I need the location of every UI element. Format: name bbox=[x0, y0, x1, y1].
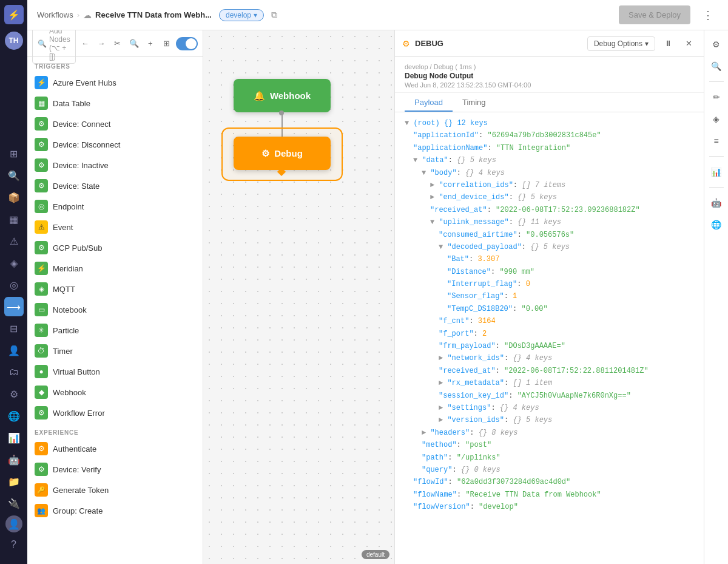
nav-experience-icon[interactable]: 👤 bbox=[4, 341, 24, 360]
debug-output-line: "Sensor_flag": 1 bbox=[405, 290, 694, 302]
redo-button[interactable]: → bbox=[95, 35, 109, 52]
debug-options-button[interactable]: Debug Options ▾ bbox=[587, 36, 655, 51]
rt-settings-icon[interactable]: ⚙ bbox=[707, 35, 726, 53]
workflow-canvas[interactable]: 🔔 Webhook ⚙ Debug default bbox=[203, 30, 394, 564]
node-item-generate-token[interactable]: 🔑 Generate Token bbox=[27, 480, 203, 500]
rt-globe-icon[interactable]: 🌐 bbox=[707, 216, 726, 234]
node-item-particle[interactable]: ✳ Particle bbox=[27, 320, 203, 341]
node-item-data-table[interactable]: ▦ Data Table bbox=[27, 93, 203, 114]
nav-storage-icon[interactable]: 🗂 bbox=[4, 362, 24, 382]
debug-output-line: ▼ (root) {} 12 keys bbox=[405, 117, 694, 129]
node-item-timer[interactable]: ⏱ Timer bbox=[27, 341, 203, 361]
copy-icon[interactable]: ⧉ bbox=[271, 10, 277, 20]
arrange-button[interactable]: ⊞ bbox=[160, 35, 174, 52]
node-item-endpoint[interactable]: ◎ Endpoint bbox=[27, 196, 203, 217]
debug-pause-button[interactable]: ⏸ bbox=[660, 36, 676, 52]
nav-dashboard-icon[interactable]: ⊞ bbox=[4, 144, 24, 163]
nav-flows-icon[interactable]: ◈ bbox=[4, 253, 24, 273]
cut-button[interactable]: ✂ bbox=[110, 35, 124, 52]
nav-data-icon[interactable]: ▦ bbox=[4, 209, 24, 229]
node-item-device-inactive[interactable]: ⚙ Device: Inactive bbox=[27, 155, 203, 175]
toggle-knob bbox=[186, 38, 197, 49]
node-item-notebook[interactable]: ▭ Notebook bbox=[27, 299, 203, 320]
node-item-authenticate[interactable]: ⚙ Authenticate bbox=[27, 438, 203, 459]
nav-nb-icon[interactable]: ◎ bbox=[4, 275, 24, 294]
node-item-device-disconnect[interactable]: ⚙ Device: Disconnect bbox=[27, 134, 203, 155]
device-disconnect-icon: ⚙ bbox=[35, 138, 48, 151]
node-item-virtual-button[interactable]: ● Virtual Button bbox=[27, 361, 203, 382]
save-deploy-button[interactable]: Save & Deploy bbox=[619, 5, 690, 24]
debug-output[interactable]: ▼ (root) {} 12 keys"applicationId": "626… bbox=[395, 112, 704, 564]
nav-plug-icon[interactable]: 🔌 bbox=[4, 494, 24, 513]
nav-network-icon[interactable]: 🌐 bbox=[4, 406, 24, 426]
rt-chart-icon[interactable]: 📊 bbox=[707, 163, 726, 181]
node-item-meridian[interactable]: ⚡ Meridian bbox=[27, 258, 203, 279]
debug-panel-header: ⚙ DEBUG Debug Options ▾ ⏸ ✕ bbox=[395, 30, 704, 57]
default-badge: default bbox=[362, 550, 389, 559]
node-item-group-create[interactable]: 👥 Group: Create bbox=[27, 500, 203, 521]
workflow-toggle[interactable] bbox=[176, 37, 198, 50]
nav-search-icon[interactable]: 🔍 bbox=[4, 166, 24, 185]
debug-output-line: "f_port": 2 bbox=[405, 328, 694, 340]
debug-output-line: ► "version_ids": {} 5 keys bbox=[405, 414, 694, 426]
debug-output-line: "applicationId": "62694a79b7db3002831c84… bbox=[405, 129, 694, 141]
event-label: Event bbox=[53, 223, 73, 232]
debug-meta-time: Wed Jun 8, 2022 13:52:23.150 GMT-04:00 bbox=[405, 81, 694, 89]
node-item-event[interactable]: ⚠ Event bbox=[27, 217, 203, 237]
nav-devices-icon[interactable]: 📦 bbox=[4, 188, 24, 207]
debug-output-line: "TempC_DS18B20": "0.00" bbox=[405, 303, 694, 315]
nav-grid-icon[interactable]: ⊟ bbox=[4, 319, 24, 338]
endpoint-label: Endpoint bbox=[53, 202, 84, 211]
node-item-workflow-error[interactable]: ⚙ Workflow Error bbox=[27, 403, 203, 423]
debug-node-icon: ⚙ bbox=[261, 148, 269, 159]
node-item-webhook[interactable]: ◆ Webhook bbox=[27, 382, 203, 403]
rt-robot-icon[interactable]: 🤖 bbox=[707, 194, 726, 212]
notebook-icon: ▭ bbox=[35, 303, 48, 316]
debug-close-button[interactable]: ✕ bbox=[681, 36, 696, 52]
node-item-azure-event-hubs[interactable]: ⚡ Azure Event Hubs bbox=[27, 72, 203, 93]
gcp-pub-sub-label: GCP Pub/Sub bbox=[53, 243, 102, 253]
debug-panel: ⚙ DEBUG Debug Options ▾ ⏸ ✕ develop / De… bbox=[394, 30, 704, 564]
debug-panel-title: DEBUG bbox=[415, 39, 443, 48]
tab-timing[interactable]: Timing bbox=[453, 93, 496, 112]
debug-output-line: "received_at": "2022-06-08T17:52:22.8811… bbox=[405, 365, 694, 377]
debug-canvas-node[interactable]: ⚙ Debug bbox=[234, 137, 331, 170]
user-avatar[interactable]: TH bbox=[5, 32, 23, 50]
logo-icon[interactable]: ⚡ bbox=[4, 5, 24, 24]
search-placeholder: Add Nodes (⌥ + []) bbox=[49, 30, 70, 61]
branch-badge[interactable]: develop ▾ bbox=[219, 9, 264, 21]
rt-search-icon[interactable]: 🔍 bbox=[707, 57, 726, 75]
device-inactive-label: Device: Inactive bbox=[53, 161, 109, 170]
rt-nodes-icon[interactable]: ◈ bbox=[707, 110, 726, 128]
tab-payload[interactable]: Payload bbox=[405, 93, 453, 112]
zoom-button[interactable]: 🔍 bbox=[127, 35, 141, 52]
mqtt-icon: ◈ bbox=[35, 282, 48, 296]
breadcrumb-workflows[interactable]: Workflows bbox=[37, 10, 73, 19]
add-node-button[interactable]: + bbox=[143, 35, 157, 52]
rt-edit-icon[interactable]: ✏ bbox=[707, 88, 726, 106]
nav-alert-icon[interactable]: ⚠ bbox=[4, 231, 24, 251]
more-options-button[interactable]: ⋮ bbox=[698, 6, 718, 24]
search-icon: 🔍 bbox=[38, 39, 47, 48]
node-item-device-verify[interactable]: ⚙ Device: Verify bbox=[27, 459, 203, 480]
nav-help-icon[interactable]: ? bbox=[4, 535, 24, 554]
node-item-device-connect[interactable]: ⚙ Device: Connect bbox=[27, 114, 203, 134]
nav-folder-icon[interactable]: 📁 bbox=[4, 472, 24, 491]
debug-output-line: "Distance": "990 mm" bbox=[405, 266, 694, 278]
nav-workflows-icon[interactable]: ⟶ bbox=[4, 297, 24, 316]
undo-button[interactable]: ← bbox=[78, 35, 92, 52]
webhook-canvas-node[interactable]: 🔔 Webhook bbox=[234, 79, 331, 112]
node-item-mqtt[interactable]: ◈ MQTT bbox=[27, 279, 203, 299]
debug-output-line: ► "headers": {} 8 keys bbox=[405, 427, 694, 439]
nav-robot-icon[interactable]: 🤖 bbox=[4, 450, 24, 469]
nav-chart-icon[interactable]: 📊 bbox=[4, 428, 24, 447]
event-icon: ⚠ bbox=[35, 220, 48, 234]
nav-integrations-icon[interactable]: ⚙ bbox=[4, 384, 24, 404]
debug-output-line: ► "rx_metadata": [] 1 item bbox=[405, 377, 694, 389]
workflow-error-icon: ⚙ bbox=[35, 406, 48, 420]
node-item-gcp-pub-sub[interactable]: ⚙ GCP Pub/Sub bbox=[27, 237, 203, 258]
rt-list-icon[interactable]: ≡ bbox=[707, 132, 726, 150]
nav-user-small-icon[interactable]: 👤 bbox=[5, 515, 22, 532]
node-item-device-state[interactable]: ⚙ Device: State bbox=[27, 175, 203, 196]
sidebar-toolbar: 🔍 Add Nodes (⌥ + []) ← → ✂ 🔍 + ⊞ bbox=[27, 30, 203, 57]
